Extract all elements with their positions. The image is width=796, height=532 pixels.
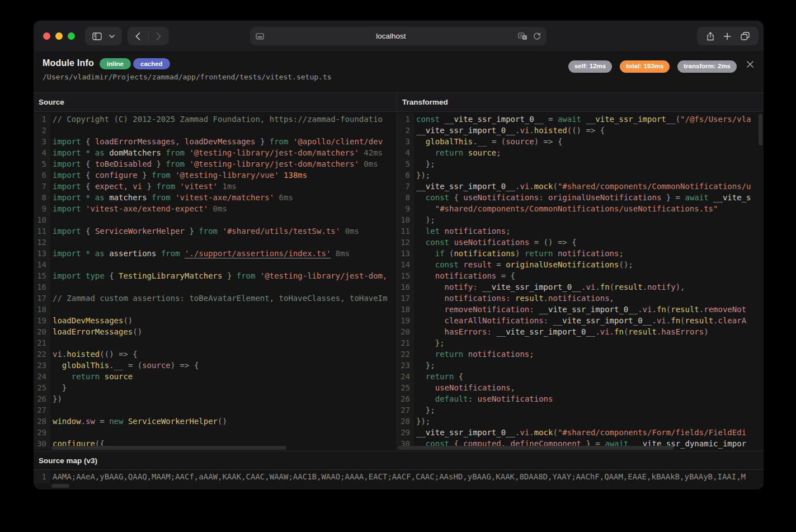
line-number: 1 <box>397 114 414 125</box>
code-token: mock <box>534 182 553 191</box>
code-line: 13import * as assertions from './support… <box>34 248 397 259</box>
code-token: : <box>468 394 478 403</box>
code-token: result <box>515 294 544 303</box>
code-token <box>416 271 435 280</box>
page-title: Module Info <box>43 58 94 68</box>
forward-button[interactable] <box>156 32 161 40</box>
line-number: 10 <box>397 214 414 225</box>
code-token: { <box>81 227 95 236</box>
status-badge: cached <box>133 58 170 69</box>
browser-window: localhost A x <box>34 21 764 489</box>
close-window-button[interactable] <box>43 32 50 40</box>
sourcemap-area[interactable]: 1 AAMA;AAeA,yBAAG,QAAQ,MAAM;AACf,aAAW,KA… <box>34 470 764 489</box>
close-icon[interactable] <box>745 59 756 70</box>
code-token: new <box>109 417 123 426</box>
code-line: 19 clearAllNotifications: __vite_ssr_imp… <box>397 315 764 326</box>
code-token: = ( <box>487 137 506 146</box>
line-number: 22 <box>34 349 50 360</box>
code-token: loadDevMessages <box>185 137 255 146</box>
code-token: from <box>237 271 256 280</box>
code-token: import <box>53 137 81 146</box>
browser-toolbar: localhost A x <box>34 21 764 51</box>
code-line: 18 removeNotification: __vite_ssr_import… <box>397 304 764 315</box>
source-code-area[interactable]: 1// Copyright (C) 2012-2025 Zammad Found… <box>34 112 397 451</box>
line-number: 9 <box>34 203 50 214</box>
translate-icon[interactable]: A x <box>518 32 527 40</box>
line-number: 22 <box>397 349 414 360</box>
code-token: (); <box>619 260 633 269</box>
address-bar[interactable]: localhost A x <box>250 27 547 45</box>
reload-icon[interactable] <box>533 32 541 40</box>
sidebar-button-group[interactable] <box>85 27 122 45</box>
line-number: 16 <box>397 281 414 293</box>
code-token: import <box>53 171 81 180</box>
code-token: '@testing-library/vue' <box>171 171 279 180</box>
code-token <box>416 148 435 157</box>
code-token: // Zammad custom assertions: toBeAvatarE… <box>53 294 387 303</box>
line-number: 18 <box>34 304 50 315</box>
source-horizontal-scrollbar[interactable] <box>51 446 286 450</box>
line-number: 27 <box>397 404 414 416</box>
code-token: hasErrors <box>661 327 704 336</box>
code-token: return <box>426 372 454 381</box>
code-token: useNotifications <box>449 238 529 247</box>
code-token: vi <box>133 182 142 191</box>
code-token: '@testing-library/jest-dom, <box>255 271 387 280</box>
transformed-code-area[interactable]: 1const __vite_ssr_import_0__ = await __v… <box>397 112 764 451</box>
code-token: ); <box>416 215 435 224</box>
code-token: 0ms <box>340 227 359 236</box>
code-line: 2__vite_ssr_import_0__.vi.hoisted(() => … <box>397 125 764 136</box>
code-token: ( <box>445 249 454 258</box>
reader-icon[interactable] <box>256 33 264 40</box>
code-token: __ <box>114 361 124 370</box>
zoom-window-button[interactable] <box>68 32 75 40</box>
code-token: fn <box>671 316 680 325</box>
code-token: source <box>463 148 496 157</box>
back-button[interactable] <box>135 32 140 40</box>
code-line: 20loadErrorMessages() <box>34 326 397 337</box>
transformed-vertical-scrollbar[interactable] <box>759 114 762 145</box>
code-token: source <box>100 372 133 381</box>
code-token: result <box>459 260 492 269</box>
code-token: vi <box>600 327 610 336</box>
minimize-window-button[interactable] <box>55 32 63 40</box>
code-token: ) => { <box>171 361 199 370</box>
code-token: notifications <box>440 227 506 236</box>
sourcemap-mappings: AAMA;AAeA,yBAAG,QAAQ,MAAM;AACf,aAAW,KAAK… <box>50 470 746 483</box>
code-token: . <box>643 283 647 291</box>
code-token: clearA <box>718 316 747 325</box>
timing-stats: self: 12mstotal: 193mstransform: 2ms <box>568 60 737 73</box>
code-line: 10 <box>34 214 397 225</box>
code-token: { <box>81 182 95 191</box>
code-token: : <box>506 294 515 303</box>
line-number: 20 <box>397 326 414 337</box>
code-token: globalThis <box>62 361 109 370</box>
code-token: __vite_ssr_import_0__ <box>440 115 548 124</box>
module-info-header: Module Info inlinecached /Users/vladimir… <box>34 51 764 93</box>
sourcemap-horizontal-scrollbar[interactable] <box>51 484 69 488</box>
code-token: = { <box>496 271 515 280</box>
tab-overview-icon[interactable] <box>741 32 750 40</box>
code-token: notifications <box>435 271 497 280</box>
code-token: . <box>529 126 534 135</box>
sidebar-icon <box>92 32 102 40</box>
url-text: localhost <box>264 32 518 40</box>
code-token <box>416 294 445 303</box>
code-token: = <box>548 115 558 124</box>
code-line: 29__vite_ssr_import_0__.vi.mock("#shared… <box>397 427 764 438</box>
code-line: 7__vite_ssr_import_0__.vi.mock("#shared/… <box>397 181 764 192</box>
share-icon[interactable] <box>706 32 714 41</box>
module-file-link[interactable]: './support/assertions/index.ts' <box>185 249 331 258</box>
code-token: notifications <box>548 294 610 303</box>
code-token: from <box>166 148 185 157</box>
line-number: 1 <box>34 470 50 483</box>
new-tab-icon[interactable] <box>723 32 731 40</box>
code-token: { <box>449 193 463 202</box>
code-token: ) => { <box>534 137 563 146</box>
line-number: 18 <box>397 304 414 315</box>
code-line: 26 default: useNotifications <box>397 393 764 404</box>
line-number: 17 <box>34 293 50 304</box>
line-number: 5 <box>34 158 50 170</box>
transformed-horizontal-scrollbar[interactable] <box>398 446 673 450</box>
line-number: 4 <box>34 147 50 158</box>
